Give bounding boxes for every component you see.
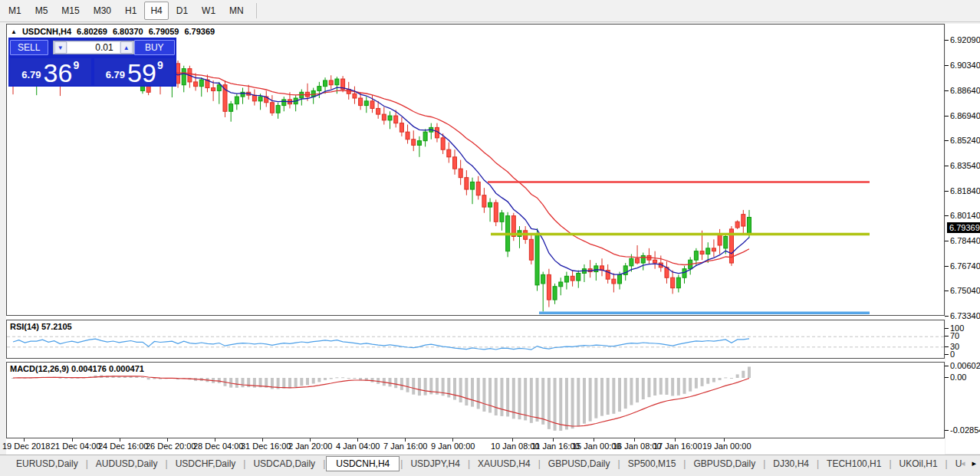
price-axis-tick [945, 316, 949, 317]
time-axis-label: 24 Dec 16:00 [98, 442, 148, 451]
price-axis-label: 6.81840 [950, 186, 980, 195]
buy-price-prefix: 6.79 [106, 69, 125, 80]
sell-price-box[interactable]: 6.79 36 9 [10, 58, 91, 85]
price-axis-tick [945, 215, 949, 216]
price-axis-tick [945, 266, 949, 267]
buy-button[interactable]: BUY [134, 40, 175, 55]
timeframe-button-m15[interactable]: M15 [55, 2, 85, 20]
chart-tab-tech100-h1[interactable]: TECH100,H1 [820, 456, 888, 471]
mt4-terminal: { "toolbar": { "timeframes": ["M1","M5",… [0, 0, 980, 476]
current-price-badge: 6.79369 [947, 222, 980, 233]
macd-axis-tick [945, 430, 949, 431]
price-axis-label: 6.73340 [950, 311, 980, 320]
chart-tab-usdcad-daily[interactable]: USDCAD,Daily [246, 456, 322, 471]
macd-pane[interactable] [6, 362, 945, 438]
price-axis-tick [945, 65, 949, 66]
time-axis-tick [675, 438, 676, 442]
price-axis-tick [945, 291, 949, 291]
tab-separator: | [683, 458, 686, 469]
price-axis-label: 6.78440 [950, 236, 980, 245]
rsi-axis-tick [945, 346, 949, 347]
macd-axis-tick [945, 366, 949, 366]
volume-group: ▼ 0.01 ▲ [53, 41, 134, 54]
tab-separator: | [618, 458, 620, 469]
tab-scroll-right-icon[interactable]: ▸ [972, 458, 976, 468]
price-axis-label: 6.90340 [950, 61, 980, 70]
time-axis-label: 26 Dec 20:00 [146, 442, 196, 451]
collapse-panel-icon[interactable]: ▲ [11, 28, 17, 35]
time-axis-tick [452, 438, 453, 442]
timeframe-button-h4[interactable]: H4 [144, 2, 168, 20]
chevron-up-icon: ▲ [123, 44, 130, 51]
tab-separator: | [945, 458, 948, 469]
time-axis-label: 31 Dec 16:00 [241, 442, 291, 451]
time-axis-tick [120, 438, 120, 442]
tab-separator: | [538, 458, 541, 469]
time-axis-label: 21 Dec 04:00 [51, 442, 100, 451]
time-axis-tick [310, 438, 311, 442]
rsi-axis-tick [945, 328, 949, 329]
time-axis-tick [215, 438, 215, 442]
rsi-pane[interactable] [6, 320, 945, 359]
volume-increase-button[interactable]: ▲ [120, 41, 133, 54]
one-click-trade-panel: SELL ▼ 0.01 ▲ BUY 6.79 36 9 6.79 59 9 [8, 38, 176, 87]
chart-tab-usdcnh-h4[interactable]: USDCNH,H4 [326, 456, 400, 471]
time-axis-label: 7 Jan 16:00 [383, 442, 428, 451]
chart-tab-dj30-h4[interactable]: DJ30,H4 [766, 456, 816, 471]
time-axis-label: 4 Jan 04:00 [336, 442, 380, 451]
chart-tab-audusd-daily[interactable]: AUDUSD,Daily [89, 456, 165, 471]
timeframe-button-mn[interactable]: MN [223, 2, 250, 20]
chart-tab-gbpusd-daily[interactable]: GBPUSD,Daily [541, 456, 617, 471]
tab-separator: | [400, 458, 403, 469]
price-axis-label: 6.88640 [950, 86, 980, 95]
tab-separator: | [889, 458, 891, 469]
timeframe-button-d1[interactable]: D1 [170, 2, 194, 20]
time-axis-tick [512, 438, 513, 442]
price-axis-tick [945, 116, 949, 117]
time-axis-tick [594, 438, 594, 442]
chart-tab-gbpusd-daily[interactable]: GBPUSD,Daily [686, 456, 762, 471]
macd-axis-label: 0.00 [950, 373, 966, 382]
macd-axis-label: 0.006024 [950, 361, 980, 370]
rsi-axis-label: 0 [950, 350, 955, 359]
macd-axis-label: -0.028549 [950, 425, 980, 435]
timeframe-button-m30[interactable]: M30 [87, 2, 117, 20]
price-axis-tick [945, 191, 949, 192]
time-axis-label: 9 Jan 00:00 [431, 442, 475, 451]
time-axis-tick [724, 438, 725, 442]
sell-button[interactable]: SELL [10, 40, 48, 55]
timeframe-toolbar: M1M5M15M30H1H4D1W1MN [0, 0, 980, 22]
chevron-down-icon: ▼ [58, 44, 64, 51]
chart-tab-ukoil-h1[interactable]: UKOil,H1 [893, 456, 945, 471]
price-axis-label: 6.83540 [950, 161, 980, 170]
volume-decrease-button[interactable]: ▼ [54, 41, 67, 54]
chart-tab-usdchf-daily[interactable]: USDCHF,Daily [169, 456, 243, 471]
timeframe-button-m5[interactable]: M5 [29, 2, 54, 20]
timeframe-button-m1[interactable]: M1 [2, 2, 28, 20]
time-axis-tick [357, 438, 358, 442]
buy-price-box[interactable]: 6.79 59 9 [94, 58, 176, 85]
rsi-axis-tick [945, 336, 949, 336]
time-axis-tick [405, 438, 406, 442]
time-axis-tick [553, 438, 554, 442]
price-axis-tick [945, 90, 949, 91]
tab-scroll-left-icon[interactable]: ◂ [961, 458, 965, 468]
price-axis-label: 6.92090 [950, 35, 980, 44]
buy-price-big: 59 [127, 63, 156, 84]
price-axis-tick [945, 166, 949, 166]
timeframe-button-w1[interactable]: W1 [196, 2, 222, 20]
chart-symbol-title: USDCNH,H4 [22, 27, 71, 36]
tab-separator: | [468, 458, 470, 469]
toolbar-separator [256, 3, 257, 18]
timeframe-button-h1[interactable]: H1 [119, 2, 143, 20]
chart-tab-sp500-m15[interactable]: SP500,M15 [621, 456, 683, 471]
time-axis-label: 17 Jan 16:00 [653, 442, 702, 451]
macd-label: MACD(12,26,9) 0.004176 0.000471 [10, 364, 144, 373]
price-axis-label: 6.86940 [950, 111, 980, 120]
chart-tab-xauusd-h4[interactable]: XAUUSD,H4 [471, 456, 538, 471]
volume-input[interactable]: 0.01 [67, 42, 120, 53]
chart-tab-usdjpy-h4[interactable]: USDJPY,H4 [403, 456, 466, 471]
sell-price-sup: 9 [73, 59, 79, 71]
sell-price-prefix: 6.79 [21, 69, 41, 80]
chart-tab-eurusd-daily[interactable]: EURUSD,Daily [9, 456, 85, 471]
